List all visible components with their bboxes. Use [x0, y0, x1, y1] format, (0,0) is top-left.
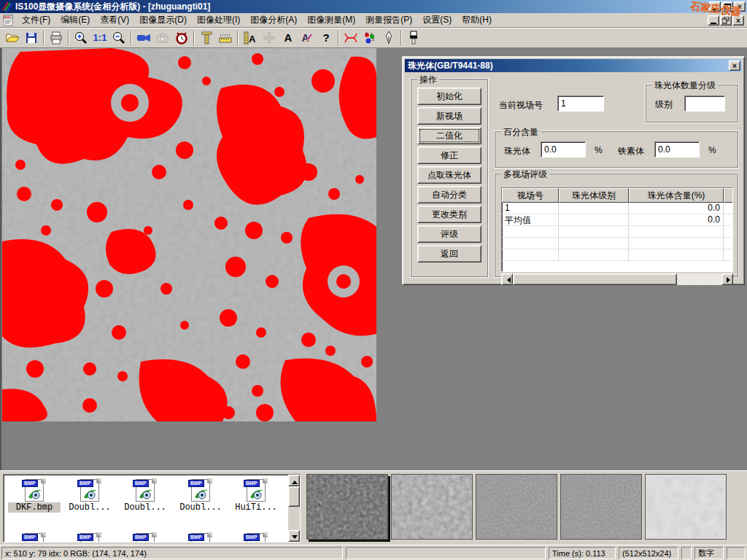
cell: [724, 249, 733, 261]
file-item[interactable]: BMP: [174, 533, 227, 542]
help-button[interactable]: ?: [317, 29, 336, 47]
grade-input[interactable]: [684, 96, 725, 112]
file-item[interactable]: BMP: [119, 533, 171, 542]
col-pearlite-content[interactable]: 珠光体含量(%): [629, 188, 724, 203]
pen-tool-button[interactable]: [379, 29, 398, 47]
scroll-up-button[interactable]: [288, 475, 300, 486]
table-row[interactable]: [502, 226, 732, 238]
open-file-button[interactable]: [3, 29, 22, 47]
file-item[interactable]: BMP: [8, 533, 61, 542]
vertical-ruler-icon: [199, 31, 214, 45]
current-field-input[interactable]: [557, 96, 604, 112]
pearlite-dialog: 珠光体(GB/T9441-88) × 操作 初始化 新视场 二值化 修正 点取珠…: [402, 56, 745, 285]
menu-measure-report[interactable]: 测量报告(P): [360, 12, 417, 28]
new-field-button[interactable]: 新视场: [417, 107, 481, 125]
ruler-button[interactable]: [216, 29, 235, 47]
annotate-tool-button[interactable]: A: [298, 29, 317, 47]
file-name[interactable]: HuiTi...: [230, 502, 282, 513]
table-row[interactable]: 平均值 0.0: [502, 214, 732, 226]
rate-button[interactable]: 评级: [417, 225, 481, 243]
save-button[interactable]: [22, 29, 41, 47]
rating-table[interactable]: 视场号 珠光体级别 珠光体含量(%) 铁素体 1 0.0 平均值 0.0: [501, 187, 733, 272]
cell: 0.0: [629, 214, 724, 226]
scrollbar-thumb[interactable]: [288, 486, 300, 507]
menu-image-measure[interactable]: 图像测量(M): [302, 12, 360, 28]
thumbnail-1[interactable]: [306, 474, 388, 540]
menu-image-display[interactable]: 图像显示(D): [134, 12, 192, 28]
file-item[interactable]: BMP Doubl...: [174, 479, 227, 513]
caliper-button[interactable]: [197, 29, 216, 47]
video-capture-button[interactable]: [134, 29, 153, 47]
file-list-scrollbar[interactable]: [288, 475, 300, 542]
col-field-no[interactable]: 视场号: [502, 188, 559, 203]
initialize-button[interactable]: 初始化: [417, 88, 481, 105]
file-item[interactable]: BMP: [230, 533, 282, 542]
change-class-button[interactable]: 更改类别: [417, 206, 481, 223]
menu-image-analysis[interactable]: 图像分析(A): [245, 12, 302, 28]
zoom-out-button[interactable]: [109, 29, 128, 47]
scroll-down-button[interactable]: [288, 530, 300, 542]
scrollbar-thumb[interactable]: [513, 273, 677, 285]
return-button[interactable]: 返回: [417, 245, 481, 262]
file-name[interactable]: Doubl...: [63, 502, 116, 513]
table-row[interactable]: 1 0.0: [502, 203, 732, 214]
menu-help[interactable]: 帮助(H): [457, 12, 497, 28]
pearlite-percent-sign: %: [595, 145, 603, 155]
micrograph-image[interactable]: [2, 48, 376, 421]
thumbnail-5[interactable]: [645, 474, 727, 540]
table-horizontal-scrollbar[interactable]: [501, 273, 733, 285]
brush-tool-button[interactable]: [404, 29, 423, 47]
snapshot-button[interactable]: [153, 29, 172, 47]
file-name[interactable]: Doubl...: [119, 502, 171, 513]
table-row[interactable]: [502, 238, 732, 249]
text-tool-button[interactable]: A: [279, 29, 298, 47]
pearlite-percent-input[interactable]: [541, 141, 586, 158]
cell: [559, 249, 629, 261]
scroll-right-button[interactable]: [721, 273, 733, 285]
dialog-title-bar[interactable]: 珠光体(GB/T9441-88) ×: [405, 59, 742, 72]
menu-image-processing[interactable]: 图像处理(I): [192, 12, 245, 28]
classify-tool-button[interactable]: 1 2 3: [360, 29, 379, 47]
binarize-button[interactable]: 二值化: [417, 127, 481, 144]
actual-size-button[interactable]: 1:1: [90, 29, 109, 47]
toolbar-separator: [193, 31, 195, 45]
bmp-file-icon: BMP: [79, 479, 101, 502]
col-ferrite[interactable]: 铁素体: [724, 188, 733, 203]
ferrite-percent-input[interactable]: [654, 141, 700, 158]
bmp-badge: BMP: [244, 534, 260, 541]
file-item[interactable]: BMP Doubl...: [63, 479, 116, 513]
scroll-left-button[interactable]: [501, 273, 513, 285]
pick-pearlite-button[interactable]: 点取珠光体: [417, 166, 481, 184]
menu-view[interactable]: 查看(V): [95, 12, 134, 28]
file-list[interactable]: BMP DKF.bmp BMP Doubl... BMP Doubl...: [3, 474, 301, 542]
file-name[interactable]: DKF.bmp: [8, 502, 61, 513]
zoom-in-button[interactable]: [71, 29, 90, 47]
file-item[interactable]: BMP: [63, 533, 116, 542]
dialog-close-button[interactable]: ×: [729, 61, 740, 71]
menu-edit[interactable]: 编辑(E): [55, 12, 95, 28]
thumbnail-3[interactable]: [476, 474, 557, 540]
timer-button[interactable]: [172, 29, 191, 47]
print-button[interactable]: [47, 29, 66, 47]
file-item[interactable]: BMP Doubl...: [119, 479, 171, 513]
move-tool-button[interactable]: [260, 29, 279, 47]
bmp-badge: BMP: [188, 480, 204, 487]
col-pearlite-grade[interactable]: 珠光体级别: [559, 188, 629, 203]
scrollbar-track[interactable]: [677, 273, 721, 285]
bmp-badge: BMP: [133, 534, 149, 541]
measure-text-button[interactable]: A: [241, 29, 260, 47]
table-row[interactable]: [502, 249, 732, 261]
cell: [502, 238, 559, 249]
thumbnail-4[interactable]: [560, 474, 642, 540]
file-item[interactable]: BMP HuiTi...: [230, 479, 282, 513]
menu-settings[interactable]: 设置(S): [417, 12, 457, 28]
file-item-selected[interactable]: BMP DKF.bmp: [8, 479, 61, 513]
menu-file[interactable]: 文件(F): [17, 12, 55, 28]
file-name[interactable]: Doubl...: [174, 502, 227, 513]
cell: 平均值: [502, 214, 559, 226]
curve-tool-button[interactable]: [341, 29, 360, 47]
child-minimize-button[interactable]: [708, 15, 719, 26]
thumbnail-2[interactable]: [391, 474, 473, 540]
correct-button[interactable]: 修正: [417, 147, 481, 164]
auto-classify-button[interactable]: 自动分类: [417, 186, 481, 203]
